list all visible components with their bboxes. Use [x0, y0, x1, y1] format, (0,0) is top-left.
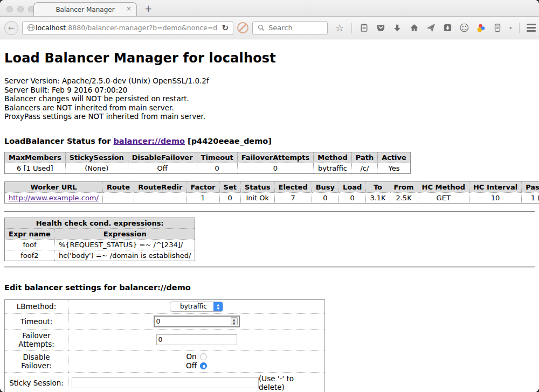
loadbalancer-status-heading: LoadBalancer Status for balancer://demo …	[4, 137, 535, 145]
radio-on-label: On	[186, 352, 196, 361]
navigation-toolbar: ← localhost:8880/balancer-manager?b=demo…	[0, 17, 539, 39]
failover-attempts-label: Failover Attempts:	[5, 329, 68, 350]
balancer-table-header-row: MaxMembersStickySessionDisableFailoverTi…	[5, 152, 411, 163]
search-placeholder: Search	[268, 24, 293, 32]
sticky-session-note: (Use '-' to delete)	[259, 374, 321, 391]
health-table-header-row: Expr nameExpression	[5, 228, 195, 239]
section-divider	[4, 267, 535, 268]
worker-url-link[interactable]: http://www.example.com/	[9, 194, 99, 202]
page-content: Load Balancer Manager for localhost Serv…	[0, 39, 539, 392]
colored-dots-extension-icon[interactable]	[476, 23, 486, 33]
content-blocker-icon[interactable]	[237, 22, 248, 33]
edit-balancer-form: LBmethod: bytraffic ▲▼ Timeout: 0 ▲▼	[4, 299, 325, 392]
table-header-cell: StickySession	[65, 152, 128, 163]
table-header-cell: Timeout	[197, 152, 237, 163]
table-cell: %{REQUEST_STATUS} =~ /^[234]/	[54, 239, 195, 250]
table-cell: 0	[312, 192, 338, 203]
status-heading-suffix: [p4420eeae_demo]	[185, 137, 272, 145]
url-bar[interactable]: localhost:8880/balancer-manager?b=demo&n…	[22, 21, 233, 35]
lbmethod-select[interactable]: bytraffic ▲▼	[170, 302, 223, 312]
globe-icon	[26, 23, 36, 33]
table-cell: foof2	[5, 250, 55, 261]
note-persist: Balancer changes will NOT be persisted o…	[4, 94, 535, 103]
timeout-value: 0	[156, 317, 231, 325]
feedback-smiley-icon[interactable]: ☺	[459, 23, 469, 33]
table-cell: 1	[186, 192, 219, 203]
url-path: :8880/balancer-manager?b=demo&nonce=decc…	[66, 24, 217, 32]
page-title: Load Balancer Manager for localhost	[4, 51, 535, 66]
number-spinner-icon[interactable]: ▲▼	[231, 317, 238, 325]
failover-off-radio[interactable]	[200, 362, 207, 369]
chevron-down-icon[interactable]: ▾	[509, 25, 512, 31]
table-cell	[102, 192, 134, 203]
table-cell: 0	[197, 163, 237, 173]
table-row: foof%{REQUEST_STATUS} =~ /^[234]/	[5, 239, 195, 250]
note-inherit: Balancers are NOT inherited from main se…	[4, 103, 535, 113]
section-divider	[4, 211, 535, 212]
clipboard-icon[interactable]	[359, 23, 369, 33]
tab-bar: Balancer Manager × +	[0, 0, 539, 17]
save-to-device-icon[interactable]	[443, 23, 452, 33]
table-header-cell: Factor	[186, 181, 219, 192]
pocket-icon[interactable]	[376, 23, 385, 33]
window-controls	[6, 6, 34, 12]
timeout-input[interactable]: 0 ▲▼	[154, 316, 240, 327]
sticky-session-row: Sticky Session: (Use '-' to delete)	[5, 372, 325, 392]
table-row: 6 [1 Used](None)Off00bytraffic/c/Yes	[5, 163, 411, 173]
table-cell: 0	[237, 163, 314, 173]
table-header-cell: To	[366, 181, 390, 192]
timeout-label: Timeout:	[5, 313, 68, 329]
health-table-title-row: Health check cond. expressions:	[5, 218, 195, 228]
health-table-title: Health check cond. expressions:	[5, 218, 195, 228]
table-header-cell: Passes	[522, 181, 539, 192]
failover-on-radio[interactable]	[200, 353, 207, 360]
downloads-icon[interactable]	[392, 23, 402, 33]
url-text[interactable]: localhost:8880/balancer-manager?b=demo&n…	[36, 24, 217, 32]
radio-off-label: Off	[186, 361, 197, 370]
timeout-row: Timeout: 0 ▲▼	[5, 313, 325, 329]
table-cell: Init Ok	[240, 192, 274, 203]
home-icon[interactable]	[409, 23, 419, 33]
table-header-cell: Method	[314, 152, 351, 163]
table-header-cell: RouteRedir	[134, 181, 186, 192]
table-header-cell: Worker URL	[5, 181, 103, 192]
back-button[interactable]: ←	[4, 21, 18, 35]
search-bar[interactable]: Search	[252, 21, 328, 35]
worker-table-header-row: Worker URLRouteRouteRedirFactorSetStatus…	[5, 181, 539, 192]
disable-failover-label: Disable Failover:	[5, 350, 68, 372]
sticky-session-input[interactable]	[72, 377, 259, 388]
notebook-extension-icon[interactable]	[493, 23, 502, 33]
reload-icon[interactable]: ↻	[217, 22, 231, 34]
lbmethod-row: LBmethod: bytraffic ▲▼	[5, 299, 325, 313]
lbmethod-label: LBmethod:	[5, 299, 68, 313]
close-window-button[interactable]	[6, 6, 13, 12]
lbmethod-selected-value: bytraffic	[170, 303, 213, 310]
failover-attempts-row: Failover Attempts: 0	[5, 329, 325, 350]
table-header-cell: Elected	[274, 181, 312, 192]
table-cell: GET	[418, 192, 469, 203]
table-header-cell: HC Interval	[469, 181, 521, 192]
bookmark-star-icon[interactable]: ☆	[335, 23, 344, 33]
health-check-table: Health check cond. expressions: Expr nam…	[4, 218, 195, 261]
table-header-cell: From	[390, 181, 418, 192]
new-tab-button[interactable]: +	[144, 3, 152, 14]
table-header-cell: Expr name	[5, 228, 55, 239]
table-cell: 6 [1 Used]	[5, 163, 66, 173]
table-header-cell: Active	[378, 152, 411, 163]
table-header-cell: HC Method	[418, 181, 469, 192]
url-domain: localhost	[36, 24, 66, 32]
balancer-demo-link[interactable]: balancer://demo	[113, 137, 185, 145]
tab-balancer-manager[interactable]: Balancer Manager ×	[33, 2, 137, 16]
table-cell: 1 (0)	[522, 192, 539, 203]
health-table-body: foof%{REQUEST_STATUS} =~ /^[234]/foof2hc…	[5, 239, 195, 261]
table-cell	[134, 192, 186, 203]
minimize-window-button[interactable]	[17, 6, 24, 12]
menu-hamburger-icon[interactable]	[527, 24, 536, 32]
table-cell: Off	[128, 163, 197, 173]
server-built: Server Built: Feb 9 2016 07:00:20	[4, 86, 535, 95]
tab-close-icon[interactable]: ×	[126, 5, 132, 12]
failover-attempts-input[interactable]: 0	[156, 334, 237, 345]
table-cell: Yes	[378, 163, 411, 173]
balancer-status-table: MaxMembersStickySessionDisableFailoverTi…	[4, 152, 411, 174]
send-plane-icon[interactable]	[426, 23, 436, 33]
